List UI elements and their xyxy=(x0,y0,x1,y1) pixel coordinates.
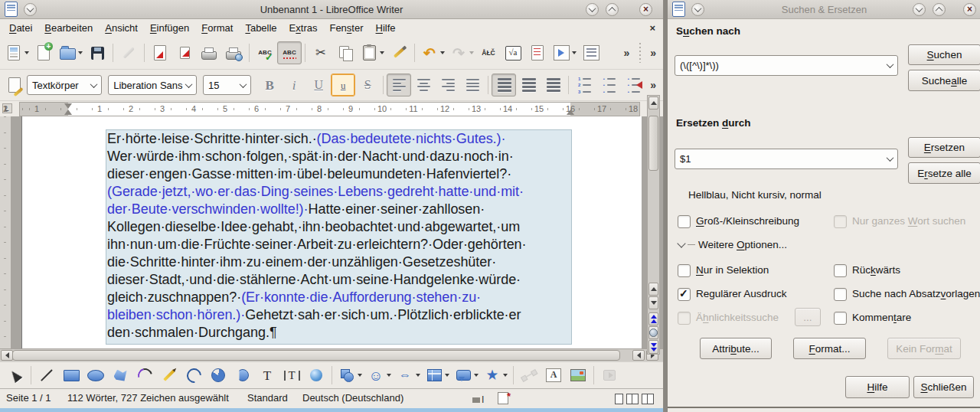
spelling-button[interactable]: ABC✓ xyxy=(253,41,277,64)
formula-button[interactable]: √a xyxy=(501,41,525,64)
vertical-text-button[interactable]: T xyxy=(279,364,304,387)
navigator-button[interactable] xyxy=(550,41,579,64)
document-page[interactable]: Er·hörte·leise·Schritte·hinter·sich.·(Da… xyxy=(21,116,642,348)
block-arrows-button[interactable]: ⇔ xyxy=(394,364,423,387)
line-spacing-1-button[interactable] xyxy=(492,74,516,96)
search-button[interactable]: Suchen xyxy=(908,44,980,65)
help-button[interactable]: Hilfe xyxy=(845,376,910,398)
fontwork-button[interactable]: A xyxy=(541,364,566,387)
export-pdf-direct-button[interactable] xyxy=(172,41,197,64)
checkbox-label-nur-in-selektion[interactable]: Nur in Selektion xyxy=(696,264,769,276)
horizontal-scroll-thumb[interactable] xyxy=(12,350,620,361)
special-character-button[interactable]: ÅŁČ xyxy=(476,41,501,64)
cut-button[interactable]: ✂ xyxy=(309,41,333,64)
undo-button[interactable]: ↶ xyxy=(418,41,447,64)
callout-button[interactable] xyxy=(304,364,328,387)
dialog-unshade-button[interactable] xyxy=(933,3,946,16)
paragraph-style-combo[interactable]: Textkörper xyxy=(27,75,102,95)
callouts-button[interactable] xyxy=(452,364,481,387)
export-pdf-button[interactable] xyxy=(148,41,172,64)
ordered-list-button[interactable]: 123 xyxy=(572,74,596,96)
document-text-line[interactable]: der·Beute·verschwinden·wollte!)·Hatte·ei… xyxy=(107,201,570,219)
decrease-indent-button[interactable]: ••• xyxy=(621,74,645,96)
menu-item-einfgen[interactable]: Einfügen xyxy=(144,20,195,36)
clone-formatting-button[interactable] xyxy=(387,41,411,64)
underline-active-button[interactable]: u xyxy=(331,74,355,96)
font-name-combo[interactable]: Liberation Sans xyxy=(108,75,197,95)
toolbar-overflow-button[interactable]: » xyxy=(619,47,634,59)
scroll-left-button-2[interactable] xyxy=(632,350,645,361)
document-area[interactable]: Er·hörte·leise·Schritte·hinter·sich.·(Da… xyxy=(0,116,663,348)
flowchart-button[interactable] xyxy=(423,364,452,387)
toolbar-overflow-button[interactable]: » xyxy=(645,79,661,91)
checkbox-groß-kleinschreibung[interactable] xyxy=(678,215,691,228)
checkbox-nur-in-selektion[interactable] xyxy=(678,264,691,277)
menu-item-datei[interactable]: Datei xyxy=(3,20,38,36)
navigation-button[interactable] xyxy=(648,326,658,339)
paste-button[interactable] xyxy=(358,41,387,64)
circle-segment-button[interactable] xyxy=(230,364,255,387)
first-line-indent-marker[interactable] xyxy=(64,103,72,109)
line-spacing-2-button[interactable] xyxy=(541,74,565,96)
document-text-line[interactable]: bleiben·schon·hören.)·Gehetzt·sah·er·sic… xyxy=(107,307,570,325)
dialog-shade-button[interactable] xyxy=(913,3,926,16)
load-url-button[interactable] xyxy=(2,41,31,64)
dropdown-caret-icon[interactable] xyxy=(416,374,420,377)
attributes-button[interactable]: Attribute... xyxy=(700,338,772,359)
document-text-line[interactable]: gleich·zuschnappen?·(Er·konnte·die·Auffo… xyxy=(107,289,570,307)
underline-button[interactable]: U xyxy=(306,74,331,96)
shade-button[interactable] xyxy=(586,3,599,16)
document-text-line[interactable]: Wer·würde·ihm·schon·folgen,·spät·in·der·… xyxy=(107,149,570,166)
dropdown-caret-icon[interactable] xyxy=(387,374,391,377)
checkbox-regulärer-ausdruck[interactable]: ✓ xyxy=(678,288,691,301)
align-center-button[interactable] xyxy=(411,74,436,96)
document-text-line[interactable]: den·schmalen·Durchgang.¶ xyxy=(107,325,570,342)
close-button[interactable]: Schließen xyxy=(913,376,974,398)
menu-item-tabelle[interactable]: Tabelle xyxy=(239,20,283,36)
search-term-combo[interactable]: (\([^\)]*\)) xyxy=(675,55,898,76)
single-page-view-icon[interactable] xyxy=(615,394,623,404)
similarity-settings-button[interactable]: ... xyxy=(795,308,821,326)
checkbox-label-regulärer-ausdruck[interactable]: Regulärer Ausdruck xyxy=(696,288,787,299)
document-text-line[interactable]: dieser·engen·Gasse·mitten·im·übel·beleum… xyxy=(107,166,570,184)
menu-item-ansicht[interactable]: Ansicht xyxy=(99,20,144,36)
dropdown-caret-icon[interactable] xyxy=(380,51,384,54)
multi-page-view-icon[interactable] xyxy=(626,394,639,404)
horizontal-scrollbar[interactable] xyxy=(0,348,663,361)
search-all-button[interactable]: Suche alle xyxy=(908,70,980,91)
status-page-style[interactable]: Standard xyxy=(247,392,288,404)
status-word-count[interactable]: 112 Wörter, 727 Zeichen ausgewählt xyxy=(67,392,229,404)
document-text-line[interactable]: (Gerade·jetzt,·wo·er·das·Ding·seines·Leb… xyxy=(107,184,570,201)
checkbox-label-rückwärts[interactable]: Rückwärts xyxy=(852,264,900,276)
checkbox-label-groß-kleinschreibung[interactable]: Groß-/Kleinschreibung xyxy=(696,215,799,227)
menu-item-extras[interactable]: Extras xyxy=(283,20,324,36)
document-text-line[interactable]: ihn·nun·um·die·Früchte·seiner·Arbeit·zu·… xyxy=(107,237,570,254)
close-document-icon[interactable]: × xyxy=(649,22,655,34)
ellipse-pie-button[interactable] xyxy=(206,364,230,387)
styles-button[interactable] xyxy=(2,74,27,96)
previous-page-button[interactable] xyxy=(648,312,658,325)
polygon-button[interactable] xyxy=(108,364,132,387)
rectangle-button[interactable] xyxy=(59,364,83,387)
next-page-button[interactable] xyxy=(648,340,658,354)
new-document-button[interactable] xyxy=(31,41,56,64)
freeform-line-button[interactable] xyxy=(157,364,181,387)
symbol-shapes-button[interactable]: ☺ xyxy=(364,364,394,387)
scroll-down-button[interactable] xyxy=(648,296,658,309)
replace-term-combo[interactable]: $1 xyxy=(675,149,898,169)
menu-item-bearbeiten[interactable]: Bearbeiten xyxy=(38,20,99,36)
book-view-icon[interactable] xyxy=(642,394,654,404)
vertical-scroll-thumb[interactable] xyxy=(648,116,658,171)
document-text-line[interactable]: dieser·Stadt,·und·die·stählerne·Acht·um·… xyxy=(107,272,570,289)
menu-item-hilfe[interactable]: Hilfe xyxy=(370,20,402,36)
dropdown-caret-icon[interactable] xyxy=(24,51,29,54)
dropdown-caret-icon[interactable] xyxy=(469,51,474,54)
document-text-line[interactable]: Er·hörte·leise·Schritte·hinter·sich.·(Da… xyxy=(107,131,570,149)
status-page-number[interactable]: Seite 1 / 1 xyxy=(6,392,51,404)
selected-paragraph[interactable]: Er·hörte·leise·Schritte·hinter·sich.·(Da… xyxy=(106,129,572,345)
horizontal-ruler[interactable]: 21123456789101112131415161718 xyxy=(19,102,640,116)
dropdown-caret-icon[interactable] xyxy=(445,374,449,377)
arc-button[interactable] xyxy=(181,364,206,387)
scroll-up-button[interactable] xyxy=(648,96,658,110)
line-spacing-15-button[interactable] xyxy=(516,74,541,96)
